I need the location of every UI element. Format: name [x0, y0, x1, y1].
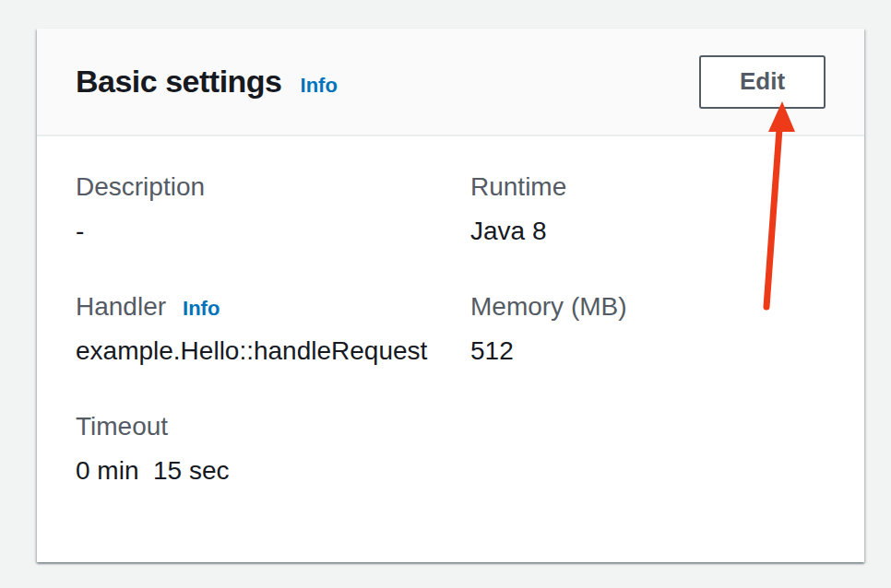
field-handler: Handler Info example.Hello::handleReques… — [76, 291, 470, 367]
field-timeout: Timeout 0 min 15 sec — [76, 411, 470, 487]
panel-title-wrap: Basic settings Info — [76, 64, 338, 100]
memory-value: 512 — [470, 335, 826, 367]
page-title: Basic settings — [76, 64, 282, 100]
basic-settings-info-link[interactable]: Info — [301, 74, 338, 98]
handler-label: Handler — [76, 291, 166, 323]
timeout-label: Timeout — [76, 411, 168, 442]
description-label: Description — [76, 171, 205, 203]
memory-label: Memory (MB) — [470, 291, 627, 323]
field-description: Description - — [76, 171, 470, 247]
handler-info-link[interactable]: Info — [183, 297, 220, 321]
field-memory: Memory (MB) 512 — [470, 291, 826, 367]
panel-body: Description - Runtime Java 8 Handler Inf… — [37, 136, 864, 487]
runtime-value: Java 8 — [470, 216, 826, 247]
edit-button[interactable]: Edit — [699, 55, 826, 109]
field-runtime: Runtime Java 8 — [470, 171, 826, 247]
basic-settings-panel: Basic settings Info Edit Description - R… — [37, 29, 864, 562]
timeout-value: 0 min 15 sec — [76, 455, 470, 487]
handler-value: example.Hello::handleRequest — [76, 335, 470, 367]
runtime-label: Runtime — [470, 171, 566, 203]
description-value: - — [76, 216, 470, 247]
panel-header: Basic settings Info Edit — [37, 29, 864, 136]
